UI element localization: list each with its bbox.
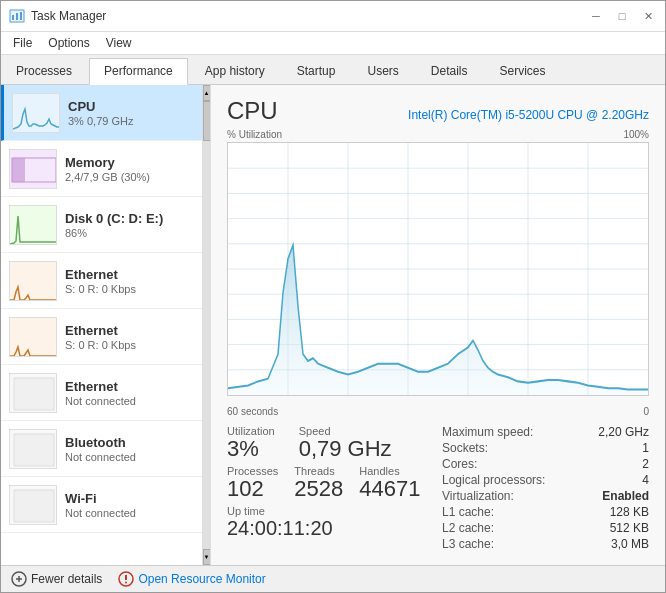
content-area: CPU 3% 0,79 GHz Memory 2,4/7,9 GB ( <box>1 85 665 565</box>
tab-performance[interactable]: Performance <box>89 58 188 85</box>
eth1-sidebar-info: Ethernet S: 0 R: 0 Kbps <box>65 267 195 295</box>
fewer-details-button[interactable]: Fewer details <box>11 571 102 587</box>
processes-block: Processes 102 <box>227 465 278 501</box>
chart-x-label: 60 seconds <box>227 406 278 417</box>
memory-thumb-chart <box>10 150 57 189</box>
chart-x-end: 0 <box>643 406 649 417</box>
bottom-bar: Fewer details Open Resource Monitor <box>1 565 665 592</box>
minimize-button[interactable]: ─ <box>587 7 605 25</box>
menu-options[interactable]: Options <box>40 34 97 52</box>
chart-y-label: % Utilization <box>227 129 282 140</box>
max-speed-label: Maximum speed: <box>442 425 533 439</box>
max-speed-row: Maximum speed: 2,20 GHz <box>442 425 649 439</box>
close-button[interactable]: ✕ <box>639 7 657 25</box>
eth3-thumbnail <box>9 373 57 413</box>
disk-sidebar-info: Disk 0 (C: D: E:) 86% <box>65 211 195 239</box>
eth2-thumb-chart <box>10 318 57 357</box>
fewer-details-label: Fewer details <box>31 572 102 586</box>
sidebar-item-cpu[interactable]: CPU 3% 0,79 GHz <box>1 85 203 141</box>
chart-y-max: 100% <box>623 129 649 140</box>
open-resource-monitor-button[interactable]: Open Resource Monitor <box>118 571 265 587</box>
utilization-block: Utilization 3% <box>227 425 275 461</box>
utilization-value: 3% <box>227 437 275 461</box>
scrollbar-down-button[interactable]: ▼ <box>203 549 211 565</box>
eth1-detail: S: 0 R: 0 Kbps <box>65 283 195 295</box>
maximize-button[interactable]: □ <box>613 7 631 25</box>
cpu-thumb-chart <box>13 94 60 133</box>
sidebar-item-eth3[interactable]: Ethernet Not connected <box>1 365 203 421</box>
sidebar-item-eth2[interactable]: Ethernet S: 0 R: 0 Kbps <box>1 309 203 365</box>
tabs-bar: Processes Performance App history Startu… <box>1 55 665 85</box>
tab-app-history[interactable]: App history <box>190 58 280 84</box>
eth2-name: Ethernet <box>65 323 195 338</box>
tab-processes[interactable]: Processes <box>1 58 87 84</box>
processes-value: 102 <box>227 477 278 501</box>
sidebar-item-disk[interactable]: Disk 0 (C: D: E:) 86% <box>1 197 203 253</box>
main-panel: CPU Intel(R) Core(TM) i5-5200U CPU @ 2.2… <box>211 85 665 565</box>
eth1-thumb-chart <box>10 262 57 301</box>
virt-label: Virtualization: <box>442 489 514 503</box>
task-manager-window: Task Manager ─ □ ✕ File Options View Pro… <box>0 0 666 593</box>
resource-monitor-icon <box>118 571 134 587</box>
sidebar-item-bluetooth[interactable]: Bluetooth Not connected <box>1 421 203 477</box>
stats-section: Utilization 3% Speed 0,79 GHz Processes … <box>227 425 649 553</box>
disk-detail: 86% <box>65 227 195 239</box>
menu-bar: File Options View <box>1 32 665 55</box>
wifi-thumb <box>10 486 57 525</box>
cores-row: Cores: 2 <box>442 457 649 471</box>
scrollbar-thumb-track <box>203 101 211 549</box>
sidebar: CPU 3% 0,79 GHz Memory 2,4/7,9 GB ( <box>1 85 211 565</box>
fewer-details-icon <box>11 571 27 587</box>
eth3-name: Ethernet <box>65 379 195 394</box>
svg-rect-7 <box>14 434 54 466</box>
cpu-sidebar-info: CPU 3% 0,79 GHz <box>68 99 195 127</box>
uptime-block: Up time 24:00:11:20 <box>227 505 434 539</box>
disk-thumbnail <box>9 205 57 245</box>
logical-value: 4 <box>642 473 649 487</box>
open-resource-monitor-label: Open Resource Monitor <box>138 572 265 586</box>
title-bar-left: Task Manager <box>9 8 106 24</box>
l2-value: 512 KB <box>610 521 649 535</box>
sidebar-item-memory[interactable]: Memory 2,4/7,9 GB (30%) <box>1 141 203 197</box>
tab-startup[interactable]: Startup <box>282 58 351 84</box>
menu-view[interactable]: View <box>98 34 140 52</box>
svg-rect-5 <box>12 158 25 182</box>
menu-file[interactable]: File <box>5 34 40 52</box>
eth3-detail: Not connected <box>65 395 195 407</box>
bt-name: Bluetooth <box>65 435 195 450</box>
cores-value: 2 <box>642 457 649 471</box>
l1-value: 128 KB <box>610 505 649 519</box>
util-speed-row: Utilization 3% Speed 0,79 GHz <box>227 425 434 461</box>
tab-details[interactable]: Details <box>416 58 483 84</box>
sockets-value: 1 <box>642 441 649 455</box>
svg-marker-24 <box>228 245 648 395</box>
svg-rect-8 <box>14 490 54 522</box>
svg-rect-2 <box>16 13 18 20</box>
disk-name: Disk 0 (C: D: E:) <box>65 211 195 226</box>
eth3-thumb <box>10 374 57 413</box>
cpu-chart-svg <box>228 143 648 395</box>
eth1-thumbnail <box>9 261 57 301</box>
chart-label-top: % Utilization 100% <box>227 129 649 140</box>
threads-value: 2528 <box>294 477 343 501</box>
speed-value: 0,79 GHz <box>299 437 392 461</box>
scrollbar-up-button[interactable]: ▲ <box>203 85 211 101</box>
sidebar-item-wifi[interactable]: Wi-Fi Not connected <box>1 477 203 533</box>
cpu-subtitle: Intel(R) Core(TM) i5-5200U CPU @ 2.20GHz <box>408 108 649 122</box>
stats-left: Utilization 3% Speed 0,79 GHz Processes … <box>227 425 434 553</box>
eth2-thumbnail <box>9 317 57 357</box>
sidebar-item-eth1[interactable]: Ethernet S: 0 R: 0 Kbps <box>1 253 203 309</box>
sidebar-inner: CPU 3% 0,79 GHz Memory 2,4/7,9 GB ( <box>1 85 203 565</box>
handles-value: 44671 <box>359 477 420 501</box>
scrollbar-thumb[interactable] <box>203 101 211 141</box>
window-title: Task Manager <box>31 9 106 23</box>
tab-services[interactable]: Services <box>485 58 561 84</box>
tab-users[interactable]: Users <box>352 58 413 84</box>
bt-thumbnail <box>9 429 57 469</box>
handles-block: Handles 44671 <box>359 465 420 501</box>
logical-row: Logical processors: 4 <box>442 473 649 487</box>
title-controls: ─ □ ✕ <box>587 7 657 25</box>
l3-value: 3,0 MB <box>611 537 649 551</box>
logical-label: Logical processors: <box>442 473 545 487</box>
sidebar-scrollbar: ▲ ▼ <box>202 85 210 565</box>
